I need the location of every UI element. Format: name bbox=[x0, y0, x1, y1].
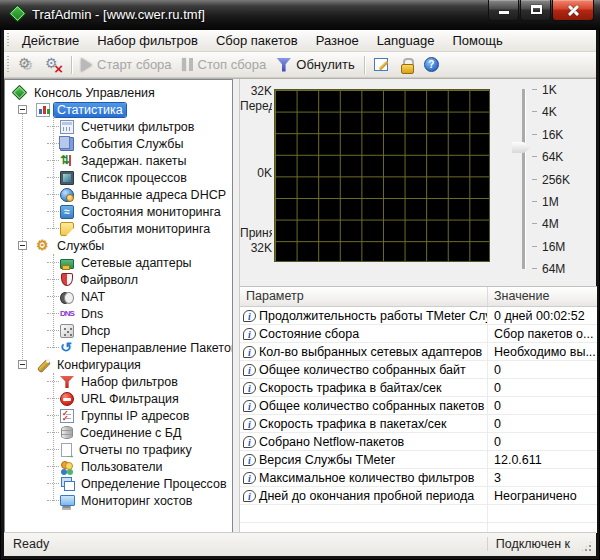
tree-item-url-filtering[interactable]: URL Фильтрация bbox=[5, 390, 232, 407]
maximize-button[interactable] bbox=[520, 0, 551, 21]
menubar-gripper[interactable] bbox=[7, 33, 9, 48]
tree-item-configuration[interactable]: Конфигурация bbox=[5, 356, 232, 373]
graph-transmit-value: 32K bbox=[240, 84, 272, 98]
tree-item-process-list[interactable]: Список процессов bbox=[5, 169, 232, 186]
scale-slider-thumb[interactable] bbox=[512, 142, 531, 153]
tree-item-nat[interactable]: NAT bbox=[5, 288, 232, 305]
users-icon bbox=[60, 460, 74, 474]
info-icon: i bbox=[243, 382, 256, 394]
app-icon bbox=[8, 4, 26, 22]
tree-item-services[interactable]: Службы bbox=[5, 237, 232, 254]
tree-item-dhcp[interactable]: Dhcp bbox=[5, 322, 232, 339]
tree-connector bbox=[47, 432, 59, 433]
value-cell: 0 bbox=[488, 399, 597, 413]
table-row[interactable]: iКол-во выбранных сетевых адаптеровНеобх… bbox=[240, 343, 597, 361]
toolbar-button-play[interactable]: Старт сбора bbox=[76, 55, 177, 74]
param-text: Максимальное количество фильтров bbox=[259, 471, 474, 485]
tree-expand-toggle[interactable] bbox=[18, 241, 27, 250]
tree-expand-toggle[interactable] bbox=[18, 360, 27, 369]
minimize-button[interactable] bbox=[488, 0, 519, 21]
table-row[interactable]: iПродолжительность работы TMeter Служ...… bbox=[240, 307, 597, 325]
toolbar-gripper[interactable] bbox=[7, 56, 9, 74]
scale-slider-track[interactable] bbox=[522, 89, 525, 269]
slider-tick bbox=[532, 201, 537, 202]
tree-item-monitoring-events[interactable]: События мониторинга bbox=[5, 220, 232, 237]
tree-item-filter-set[interactable]: Набор фильтров bbox=[5, 373, 232, 390]
tree-item-console[interactable]: Консоль Управления bbox=[5, 84, 232, 101]
tree-item-ip-groups[interactable]: Группы IP адресов bbox=[5, 407, 232, 424]
table-row[interactable]: iОбщее количество собранных байт0 bbox=[240, 361, 597, 379]
resize-grip[interactable] bbox=[580, 540, 593, 553]
toolbar-button-gears[interactable] bbox=[13, 55, 40, 75]
value-cell: 0 bbox=[488, 363, 597, 377]
slider-scale-label: 16K bbox=[542, 128, 588, 142]
param-cell: iОбщее количество собранных пакетов bbox=[240, 397, 488, 414]
menu-item-6[interactable]: Помощь bbox=[443, 31, 511, 50]
menu-item-4[interactable]: Разное bbox=[307, 31, 368, 50]
toolbar-button-help[interactable]: ? bbox=[419, 55, 444, 74]
info-icon: i bbox=[243, 346, 256, 358]
connection-status: Подключен к bbox=[487, 537, 570, 551]
table-row[interactable]: iОбщее количество собранных пакетов0 bbox=[240, 397, 597, 415]
tree-item-label: События Службы bbox=[78, 137, 186, 151]
menu-item-3[interactable]: Сбор пакетов bbox=[207, 31, 307, 50]
tree-connector bbox=[47, 279, 59, 280]
toolbar-button-stop[interactable]: Стоп сбора bbox=[177, 55, 272, 74]
menu-item-2[interactable]: Набор фильтров bbox=[88, 31, 207, 50]
tree-item-users[interactable]: Пользователи bbox=[5, 458, 232, 475]
table-row[interactable]: iСкорость трафика в пакетах/сек0 bbox=[240, 415, 597, 433]
close-button[interactable] bbox=[552, 0, 594, 21]
tree-item-db-connection[interactable]: Соединение с БД bbox=[5, 424, 232, 441]
info-icon: i bbox=[243, 490, 256, 502]
tree-item-label: События мониторинга bbox=[78, 222, 213, 236]
tree-item-label: Группы IP адресов bbox=[78, 409, 192, 423]
param-cell: iПродолжительность работы TMeter Служ... bbox=[240, 307, 488, 324]
tree-connector bbox=[47, 313, 59, 314]
statistics-icon bbox=[36, 103, 50, 117]
tree-item-packet-forwarding[interactable]: Перенаправление Пакетов bbox=[5, 339, 232, 356]
table-row[interactable]: iДней до окончания пробной периодаНеогра… bbox=[240, 487, 597, 505]
tree-item-host-monitoring[interactable]: Мониторинг хостов bbox=[5, 492, 232, 509]
table-row[interactable]: iСкорость трафика в байтах/сек0 bbox=[240, 379, 597, 397]
table-empty-row bbox=[240, 505, 597, 523]
param-cell: iВерсия Службы TMeter bbox=[240, 451, 488, 468]
tree-item-traffic-reports[interactable]: Отчеты по трафику bbox=[5, 441, 232, 458]
toolbar: Старт сбораСтоп сбораОбнулить? bbox=[4, 52, 596, 78]
toolbar-button-gears-delete[interactable] bbox=[40, 55, 67, 75]
minimize-icon bbox=[499, 11, 509, 14]
tree-item-network-adapters[interactable]: Сетевые адаптеры bbox=[5, 254, 232, 271]
tree-item-label: Набор фильтров bbox=[78, 375, 181, 389]
slider-tick bbox=[532, 223, 537, 224]
table-row[interactable]: iМаксимальное количество фильтров3 bbox=[240, 469, 597, 487]
toolbar-button-funnel[interactable]: Обнулить bbox=[271, 55, 360, 74]
tree-item-delayed-packets[interactable]: Задержан. пакеты bbox=[5, 152, 232, 169]
tree-item-filter-counters[interactable]: Счетчики фильтров bbox=[5, 118, 232, 135]
column-header-value[interactable]: Значение bbox=[488, 287, 597, 306]
table-row[interactable]: iВерсия Службы TMeter12.0.611 bbox=[240, 451, 597, 469]
table-row[interactable]: iСобрано Netflow-пакетов0 bbox=[240, 433, 597, 451]
slider-scale-label: 1M bbox=[542, 195, 588, 209]
menu-item-1[interactable]: Действие bbox=[13, 31, 88, 50]
table-row[interactable]: iСостояние сбораСбор пакетов о... bbox=[240, 325, 597, 343]
toolbar-button-lock[interactable] bbox=[393, 55, 419, 75]
param-cell: iДней до окончания пробной периода bbox=[240, 487, 488, 504]
tree-item-monitoring-states[interactable]: Состояния мониторинга bbox=[5, 203, 232, 220]
param-cell: iМаксимальное количество фильтров bbox=[240, 469, 488, 486]
close-icon bbox=[567, 4, 580, 16]
param-text: Продолжительность работы TMeter Служ... bbox=[259, 309, 488, 323]
tree-item-process-detection[interactable]: Определение Процессов bbox=[5, 475, 232, 492]
tree-expand-toggle[interactable] bbox=[18, 105, 27, 114]
tree-item-firewall[interactable]: Файрволл bbox=[5, 271, 232, 288]
toolbar-separator bbox=[364, 56, 365, 74]
menu-item-5[interactable]: Language bbox=[368, 31, 444, 50]
tree-item-dns[interactable]: Dns bbox=[5, 305, 232, 322]
app-window: TrafAdmin - [www.cwer.ru.tmf] ДействиеНа… bbox=[0, 0, 600, 560]
tree-item-service-events[interactable]: События Службы bbox=[5, 135, 232, 152]
status-bar: Ready Подключен к bbox=[4, 532, 596, 556]
param-text: Кол-во выбранных сетевых адаптеров bbox=[259, 345, 482, 359]
tree-item-statistics[interactable]: Статистика bbox=[5, 101, 232, 118]
tree-item-label: Состояния мониторинга bbox=[78, 205, 224, 219]
column-header-param[interactable]: Параметр bbox=[240, 287, 488, 306]
toolbar-button-edit-view[interactable] bbox=[369, 56, 393, 73]
tree-item-dhcp-leases[interactable]: Выданные адреса DHCP bbox=[5, 186, 232, 203]
